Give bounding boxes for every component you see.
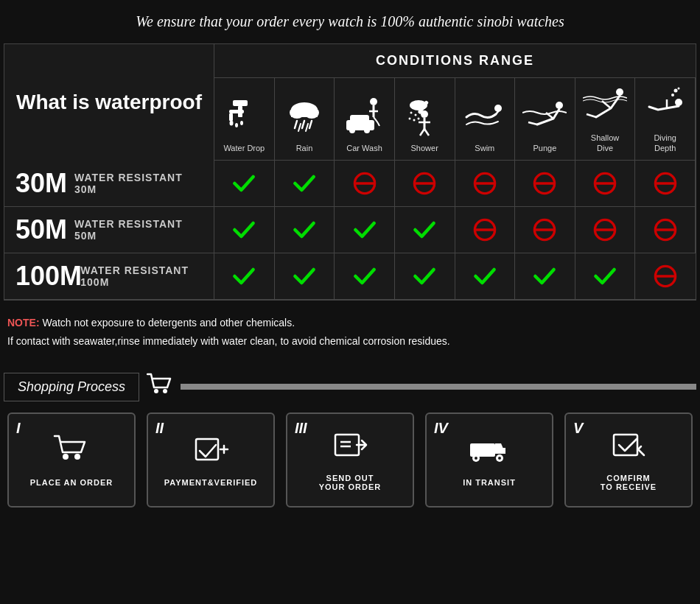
30m-check-6 [575,161,636,207]
diving-depth-label: DivingDepth [654,133,676,154]
resistant-50m-text: WATER RESISTANT 50M [74,218,203,242]
100m-check-6 [575,253,636,300]
svg-rect-88 [495,448,505,454]
step-send-out[interactable]: III SEND OUT YOUR ORDER [286,412,414,508]
50m-check-5 [515,207,575,253]
100m-check-1 [275,253,335,300]
steps-row: I PLACE AN ORDER II [4,412,696,508]
icon-shower: Shower [395,78,455,161]
note-section: NOTE: Watch not exposure to detergents a… [0,301,700,358]
shallow-dive-label: ShallowDive [591,133,620,154]
note-text: Watch not exposure to detergents and oth… [40,317,295,329]
100m-check-0 [214,253,275,300]
30m-check-0 [214,161,275,207]
svg-line-44 [528,122,537,124]
svg-point-90 [475,457,477,460]
50m-check-7 [635,207,696,253]
row-100m-label: 100M WATER RESISTANT 100M [4,253,214,300]
100m-check-7 [635,253,696,300]
step-place-order[interactable]: I PLACE AN ORDER [7,412,136,508]
step-in-transit[interactable]: IV IN TRANSIT [425,412,553,508]
note-text2: If contact with seawater,rinse immediate… [7,335,450,347]
header-banner: We ensure that your order every watch is… [0,0,700,43]
svg-line-94 [638,449,644,455]
50m-check-1 [275,207,335,253]
in-transit-icon [469,433,510,472]
car-wash-label: Car Wash [346,143,382,153]
50m-check-6 [575,207,636,253]
rain-label: Rain [296,143,313,153]
place-order-icon [53,433,90,472]
car-wash-icon [343,94,387,138]
confirm-icon [610,429,647,468]
row-30m-label: 30M WATER RESISTANT 30M [4,161,214,207]
step-2-label: PAYMENT&VERIFIED [164,478,258,487]
svg-point-22 [364,127,370,133]
svg-point-48 [675,99,682,106]
icon-punge: Punge [515,78,575,161]
shopping-bar [181,384,696,390]
svg-line-38 [420,129,424,136]
rain-icon [282,94,326,138]
icon-car-wash: Car Wash [335,78,395,161]
svg-point-31 [409,117,411,119]
svg-point-92 [498,457,501,460]
100m-check-2 [335,253,395,300]
svg-point-52 [677,87,679,89]
svg-line-95 [638,446,641,449]
step-5-number: V [573,420,583,437]
shopping-cart-icon [147,373,173,401]
svg-rect-86 [470,443,495,457]
shallow-dive-icon [583,84,627,128]
svg-rect-2 [229,110,244,113]
svg-point-75 [154,389,158,393]
shopping-process-section: Shopping Process I PLACE AN ORDER [0,373,700,508]
svg-point-32 [413,119,416,121]
step-4-number: IV [434,420,448,437]
svg-line-13 [309,121,312,128]
step-4-label: IN TRANSIT [463,478,516,487]
svg-line-11 [295,121,297,128]
resistant-100m-text: WATER RESISTANT 100M [80,264,203,288]
step-3-label: SEND OUT YOUR ORDER [319,474,382,491]
water-drop-icon [222,94,266,138]
icon-shallow-dive: ShallowDive [575,78,636,161]
swim-icon [463,94,507,138]
svg-point-77 [63,454,69,460]
step-confirm[interactable]: V COMFIRM TO RECEIVE [564,412,693,508]
size-30m: 30M [15,168,67,199]
header-text: We ensure that your order every watch is… [136,13,564,29]
step-1-number: I [16,420,21,437]
svg-rect-0 [233,100,248,106]
send-out-icon [332,429,368,468]
waterproof-section: What is waterproof CONDITIONS RANGE [4,43,696,301]
svg-rect-3 [229,113,233,121]
svg-point-35 [421,110,428,118]
step-payment[interactable]: II PAYMENT&VERIFIED [147,412,275,508]
svg-line-39 [424,129,429,136]
30m-check-7 [635,161,696,207]
svg-point-50 [671,94,674,96]
shower-icon [402,94,447,138]
diving-depth-icon [643,84,687,128]
payment-icon [192,433,229,472]
30m-check-3 [395,161,455,207]
row-50m-label: 50M WATER RESISTANT 50M [4,207,214,253]
svg-rect-82 [335,435,359,455]
step-5-label: COMFIRM TO RECEIVE [601,474,657,491]
icon-water-drop: Water Drop [214,78,275,161]
svg-rect-93 [614,435,637,455]
step-3-number: III [295,420,307,437]
shopping-title: Shopping Process [4,373,139,401]
50m-check-2 [335,207,395,253]
50m-check-0 [214,207,275,253]
size-50m: 50M [15,214,67,245]
waterproof-title: What is waterproof [4,44,214,161]
icon-diving-depth: DivingDepth [635,78,696,161]
punge-label: Punge [533,143,557,153]
30m-check-1 [275,161,335,207]
punge-icon [522,94,567,138]
svg-point-6 [240,121,243,125]
svg-point-5 [235,123,238,127]
svg-point-28 [410,111,413,113]
